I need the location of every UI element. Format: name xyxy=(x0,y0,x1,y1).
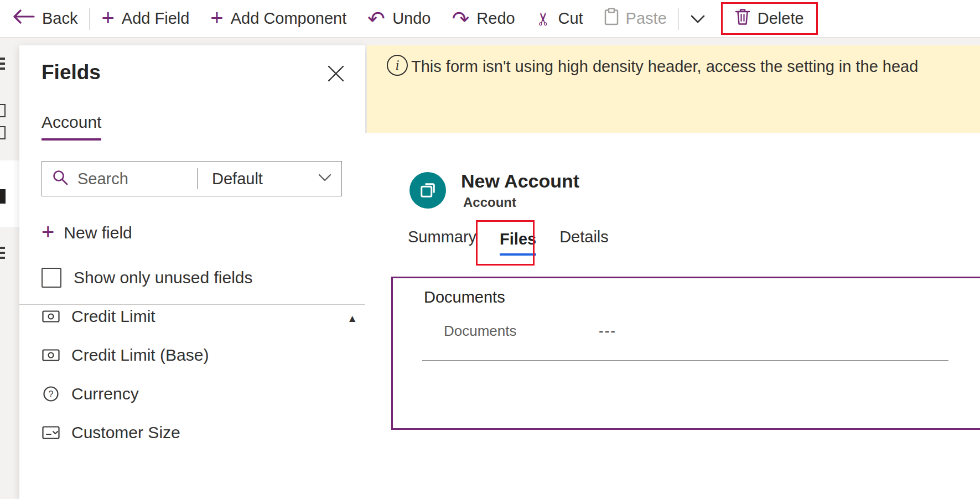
tab-account[interactable]: Account xyxy=(42,113,101,141)
account-entity-icon xyxy=(409,172,446,209)
field-row-currency[interactable]: ? Currency xyxy=(19,375,365,413)
show-unused-checkbox[interactable] xyxy=(42,268,61,288)
tab-details[interactable]: Details xyxy=(559,228,609,256)
field-label: Credit Limit (Base) xyxy=(71,346,209,365)
back-label: Back xyxy=(42,9,77,28)
delete-button-highlighted[interactable]: Delete xyxy=(721,2,818,35)
section-title: Documents xyxy=(424,288,505,306)
add-field-button[interactable]: + Add Field xyxy=(91,0,200,37)
field-divider xyxy=(422,360,948,361)
record-title: New Account xyxy=(461,170,579,192)
field-label: Credit Limit xyxy=(71,307,155,326)
info-icon: i xyxy=(387,55,408,76)
new-field-label: New field xyxy=(64,223,132,242)
form-canvas: New Account Account Summary Files Detail… xyxy=(365,133,980,499)
chevron-down-icon xyxy=(691,9,705,28)
search-input[interactable] xyxy=(76,169,197,189)
record-subtitle: Account xyxy=(463,195,516,210)
chevron-down-icon[interactable] xyxy=(318,174,331,184)
field-row-credit-limit-base[interactable]: Credit Limit (Base) xyxy=(19,336,365,375)
partial-icon xyxy=(0,189,6,204)
help-circle-icon: ? xyxy=(42,386,60,402)
undo-button[interactable]: ↶ Undo xyxy=(357,0,441,37)
partial-icon xyxy=(0,104,6,117)
left-navigation-rail xyxy=(0,38,19,499)
field-row-credit-limit[interactable]: Credit Limit xyxy=(19,304,365,336)
new-field-button[interactable]: + New field xyxy=(42,223,132,242)
back-button[interactable]: Back xyxy=(2,0,88,37)
toolbar-divider xyxy=(678,8,679,30)
filter-dropdown[interactable]: Default xyxy=(212,170,318,188)
money-icon xyxy=(42,310,60,323)
tab-files[interactable]: Files xyxy=(500,230,536,256)
banner-message: This form isn't using high density heade… xyxy=(411,58,978,76)
svg-text:?: ? xyxy=(49,389,54,399)
form-designer-screen: Back + Add Field + Add Component ↶ Undo … xyxy=(0,0,980,499)
documents-section-selected[interactable]: Documents Documents --- xyxy=(391,277,980,430)
paste-label: Paste xyxy=(626,9,667,28)
trash-icon xyxy=(735,8,750,29)
field-row-customer-size[interactable]: Customer Size xyxy=(19,413,365,452)
toolbar-divider xyxy=(89,8,90,30)
form-tab-bar: Summary Files Details xyxy=(408,228,609,256)
redo-button[interactable]: ↷ Redo xyxy=(441,0,525,37)
partial-icon xyxy=(0,58,5,60)
cut-button[interactable]: ✂ Cut xyxy=(526,0,594,37)
documents-field-value: --- xyxy=(599,323,616,340)
command-bar: Back + Add Field + Add Component ↶ Undo … xyxy=(0,0,980,38)
tab-summary[interactable]: Summary xyxy=(408,228,476,256)
show-unused-fields-row: Show only unused fields xyxy=(42,268,253,288)
show-unused-label: Show only unused fields xyxy=(74,268,253,287)
option-set-icon xyxy=(42,426,60,439)
clipboard-icon xyxy=(604,8,619,29)
redo-label: Redo xyxy=(476,9,515,28)
delete-label: Delete xyxy=(758,9,804,28)
back-arrow-icon xyxy=(13,9,35,28)
fields-panel: Fields Account Default + New field Show … xyxy=(19,45,365,499)
add-component-button[interactable]: + Add Component xyxy=(200,0,357,37)
paste-button[interactable]: Paste xyxy=(594,0,677,37)
search-filter-divider xyxy=(197,168,198,189)
overflow-chevron-button[interactable] xyxy=(680,0,715,37)
add-component-label: Add Component xyxy=(231,9,347,28)
fields-panel-title: Fields xyxy=(42,61,101,84)
warning-banner: i This form isn't using high density hea… xyxy=(367,45,980,133)
search-icon xyxy=(52,169,69,188)
add-field-label: Add Field xyxy=(122,9,190,28)
documents-field-label[interactable]: Documents xyxy=(444,323,517,340)
scroll-up-icon[interactable]: ▲ xyxy=(347,313,357,325)
field-list: Credit Limit Credit Limit (Base) ? Curre… xyxy=(19,304,365,499)
field-search-box: Default xyxy=(42,161,342,196)
money-icon xyxy=(42,349,60,361)
partial-icon xyxy=(0,126,6,139)
cut-label: Cut xyxy=(558,9,583,28)
field-label: Customer Size xyxy=(71,423,180,442)
field-label: Currency xyxy=(71,384,139,403)
partial-icon xyxy=(0,247,5,249)
undo-label: Undo xyxy=(392,9,431,28)
close-icon[interactable] xyxy=(326,64,345,83)
